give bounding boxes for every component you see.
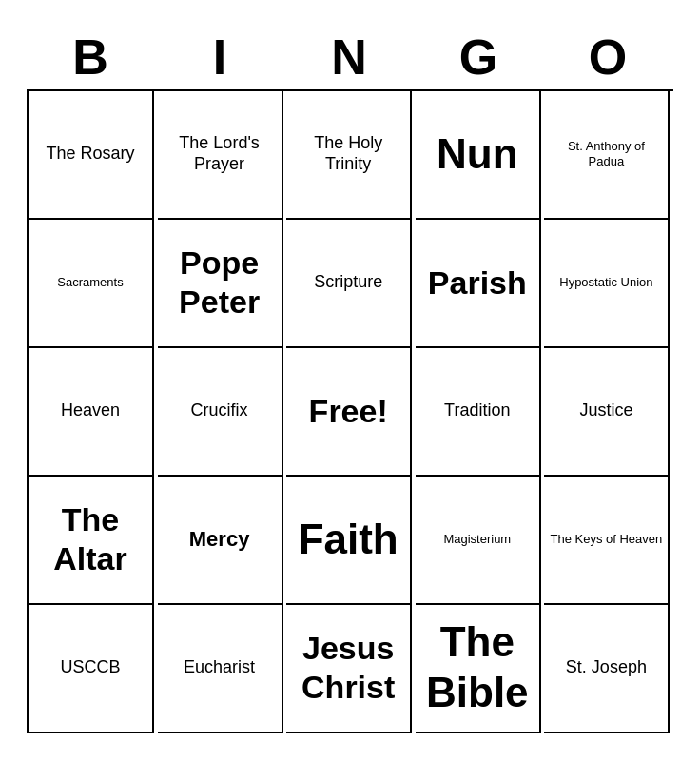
bingo-cell: The Keys of Heaven [544,477,670,605]
header-letter: O [547,29,671,86]
cell-text: Pope Peter [164,244,276,322]
bingo-cell: Crucifix [158,348,283,477]
cell-text: Heaven [61,400,120,421]
cell-text: St. Joseph [566,657,647,678]
cell-text: The Rosary [46,144,134,165]
bingo-cell: Eucharist [158,605,283,733]
bingo-cell: The Lord's Prayer [158,91,283,220]
cell-text: Nun [437,129,518,180]
bingo-cell: St. Joseph [544,605,670,733]
bingo-cell: St. Anthony of Padua [544,91,670,220]
cell-text: Magisterium [443,532,511,547]
cell-text: Faith [299,515,399,565]
cell-text: Parish [428,263,527,302]
cell-text: Scripture [314,272,382,293]
header-letter: I [159,29,282,86]
cell-text: The Holy Trinity [292,133,404,174]
bingo-cell: Free! [286,348,412,477]
header-letter: N [288,29,412,86]
bingo-cell: Jesus Christ [286,605,412,733]
bingo-cell: The Bible [416,605,541,733]
bingo-cell: Heaven [29,348,154,477]
bingo-cell: Justice [544,348,670,477]
bingo-cell: Magisterium [416,477,541,605]
bingo-grid: The RosaryThe Lord's PrayerThe Holy Trin… [27,89,673,733]
bingo-cell: The Altar [29,477,154,605]
bingo-cell: Mercy [158,477,283,605]
cell-text: USCCB [60,657,120,678]
bingo-cell: Nun [416,91,541,220]
cell-text: Free! [309,392,388,431]
bingo-cell: Faith [286,477,412,605]
bingo-card: BINGO The RosaryThe Lord's PrayerThe Hol… [17,19,683,743]
bingo-cell: Hypostatic Union [544,220,670,348]
cell-text: Justice [579,400,632,421]
bingo-cell: Parish [416,220,541,348]
bingo-cell: Sacraments [29,220,154,348]
cell-text: Sacraments [57,275,123,290]
cell-text: Mercy [189,527,250,552]
bingo-header: BINGO [27,29,673,86]
bingo-cell: The Holy Trinity [286,91,412,220]
cell-text: Jesus Christ [292,629,404,707]
cell-text: The Lord's Prayer [164,133,276,174]
cell-text: Tradition [444,400,510,421]
cell-text: The Altar [34,500,146,578]
cell-text: Crucifix [191,400,248,421]
cell-text: Hypostatic Union [559,275,652,290]
header-letter: G [418,29,541,86]
cell-text: St. Anthony of Padua [550,139,662,168]
bingo-cell: Tradition [416,348,541,477]
bingo-cell: Pope Peter [158,220,283,348]
bingo-cell: The Rosary [29,91,154,220]
bingo-cell: USCCB [29,605,154,733]
header-letter: B [29,29,153,86]
cell-text: The Bible [421,617,534,718]
bingo-cell: Scripture [286,220,412,348]
cell-text: Eucharist [184,657,255,678]
cell-text: The Keys of Heaven [550,532,662,547]
